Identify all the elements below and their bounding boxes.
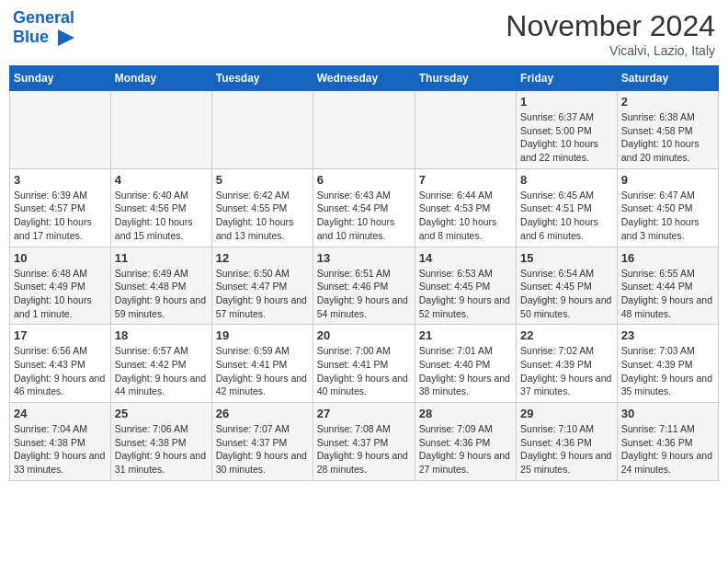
weekday-header-sunday: Sunday: [10, 66, 111, 91]
day-info: Sunrise: 6:37 AMSunset: 5:00 PMDaylight:…: [520, 110, 613, 165]
day-info: Sunrise: 6:48 AMSunset: 4:49 PMDaylight:…: [14, 267, 107, 321]
day-number: 5: [216, 173, 309, 187]
weekday-header-tuesday: Tuesday: [211, 66, 313, 91]
day-info: Sunrise: 6:54 AMSunset: 4:45 PMDaylight:…: [520, 267, 613, 321]
page-header: General Blue November 2024 Vicalvi, Lazi…: [9, 9, 719, 58]
day-number: 28: [419, 407, 512, 420]
day-number: 3: [14, 173, 107, 187]
calendar-cell: 26Sunrise: 7:07 AMSunset: 4:37 PMDayligh…: [211, 403, 313, 481]
week-row-4: 17Sunrise: 6:56 AMSunset: 4:43 PMDayligh…: [10, 325, 719, 403]
logo: General Blue: [13, 9, 76, 48]
calendar-cell: 13Sunrise: 6:51 AMSunset: 4:46 PMDayligh…: [313, 247, 415, 325]
day-info: Sunrise: 6:55 AMSunset: 4:44 PMDaylight:…: [621, 267, 714, 321]
calendar-cell: 10Sunrise: 6:48 AMSunset: 4:49 PMDayligh…: [10, 247, 111, 325]
day-info: Sunrise: 7:07 AMSunset: 4:37 PMDaylight:…: [216, 422, 309, 477]
day-number: 14: [419, 251, 512, 265]
week-row-2: 3Sunrise: 6:39 AMSunset: 4:57 PMDaylight…: [10, 168, 719, 247]
day-info: Sunrise: 6:43 AMSunset: 4:54 PMDaylight:…: [317, 189, 411, 243]
weekday-header-row: SundayMondayTuesdayWednesdayThursdayFrid…: [10, 66, 719, 91]
calendar-cell: 15Sunrise: 6:54 AMSunset: 4:45 PMDayligh…: [517, 247, 618, 325]
day-number: 16: [621, 251, 714, 265]
calendar-cell: 8Sunrise: 6:45 AMSunset: 4:51 PMDaylight…: [517, 168, 618, 247]
weekday-header-monday: Monday: [110, 66, 211, 91]
calendar-cell: [313, 91, 415, 169]
day-info: Sunrise: 6:56 AMSunset: 4:43 PMDaylight:…: [14, 344, 107, 398]
calendar-cell: 24Sunrise: 7:04 AMSunset: 4:38 PMDayligh…: [10, 403, 111, 481]
day-info: Sunrise: 6:45 AMSunset: 4:51 PMDaylight:…: [520, 189, 613, 243]
calendar-cell: 18Sunrise: 6:57 AMSunset: 4:42 PMDayligh…: [110, 325, 211, 403]
day-info: Sunrise: 7:09 AMSunset: 4:36 PMDaylight:…: [419, 422, 512, 477]
logo-text: General: [13, 9, 76, 28]
day-info: Sunrise: 7:04 AMSunset: 4:38 PMDaylight:…: [14, 422, 107, 477]
day-number: 9: [621, 173, 714, 187]
calendar-cell: 28Sunrise: 7:09 AMSunset: 4:36 PMDayligh…: [415, 403, 516, 481]
day-info: Sunrise: 6:47 AMSunset: 4:50 PMDaylight:…: [621, 189, 714, 243]
day-number: 24: [14, 407, 107, 420]
day-number: 12: [216, 251, 309, 265]
day-info: Sunrise: 6:53 AMSunset: 4:45 PMDaylight:…: [419, 267, 512, 321]
calendar-cell: 12Sunrise: 6:50 AMSunset: 4:47 PMDayligh…: [211, 247, 313, 325]
day-number: 27: [317, 407, 411, 420]
calendar-cell: [415, 91, 516, 169]
day-number: 15: [520, 251, 613, 265]
calendar-cell: 29Sunrise: 7:10 AMSunset: 4:36 PMDayligh…: [517, 403, 618, 481]
day-number: 2: [621, 95, 714, 109]
calendar-cell: 2Sunrise: 6:38 AMSunset: 4:58 PMDaylight…: [617, 91, 718, 169]
day-number: 18: [115, 328, 208, 342]
calendar-cell: 20Sunrise: 7:00 AMSunset: 4:41 PMDayligh…: [313, 325, 415, 403]
day-info: Sunrise: 7:02 AMSunset: 4:39 PMDaylight:…: [520, 344, 613, 398]
day-number: 29: [520, 407, 613, 420]
day-number: 23: [621, 328, 714, 342]
day-number: 11: [115, 251, 208, 265]
calendar-cell: [110, 91, 211, 169]
calendar-cell: [211, 91, 313, 169]
day-number: 20: [317, 328, 411, 342]
day-number: 10: [14, 251, 107, 265]
calendar-cell: 14Sunrise: 6:53 AMSunset: 4:45 PMDayligh…: [415, 247, 516, 325]
day-info: Sunrise: 7:10 AMSunset: 4:36 PMDaylight:…: [520, 422, 613, 477]
calendar-table: SundayMondayTuesdayWednesdayThursdayFrid…: [9, 65, 719, 481]
day-info: Sunrise: 7:06 AMSunset: 4:38 PMDaylight:…: [115, 422, 208, 477]
calendar-cell: 23Sunrise: 7:03 AMSunset: 4:39 PMDayligh…: [617, 325, 718, 403]
day-info: Sunrise: 6:57 AMSunset: 4:42 PMDaylight:…: [115, 344, 208, 398]
day-number: 8: [520, 173, 613, 187]
day-info: Sunrise: 7:03 AMSunset: 4:39 PMDaylight:…: [621, 344, 714, 398]
day-info: Sunrise: 6:50 AMSunset: 4:47 PMDaylight:…: [216, 267, 309, 321]
calendar-cell: 9Sunrise: 6:47 AMSunset: 4:50 PMDaylight…: [617, 168, 718, 247]
day-info: Sunrise: 7:01 AMSunset: 4:40 PMDaylight:…: [419, 344, 512, 398]
day-info: Sunrise: 7:08 AMSunset: 4:37 PMDaylight:…: [317, 422, 411, 477]
calendar-cell: 7Sunrise: 6:44 AMSunset: 4:53 PMDaylight…: [415, 168, 516, 247]
day-number: 1: [520, 95, 613, 109]
day-number: 13: [317, 251, 411, 265]
day-info: Sunrise: 6:39 AMSunset: 4:57 PMDaylight:…: [14, 189, 107, 243]
calendar-cell: 21Sunrise: 7:01 AMSunset: 4:40 PMDayligh…: [415, 325, 516, 403]
calendar-cell: 19Sunrise: 6:59 AMSunset: 4:41 PMDayligh…: [211, 325, 313, 403]
day-number: 17: [14, 328, 107, 342]
day-number: 22: [520, 328, 613, 342]
calendar-cell: 30Sunrise: 7:11 AMSunset: 4:36 PMDayligh…: [617, 403, 718, 481]
day-number: 30: [621, 407, 714, 420]
location: Vicalvi, Lazio, Italy: [506, 43, 715, 58]
calendar-cell: [10, 91, 111, 169]
weekday-header-wednesday: Wednesday: [313, 66, 415, 91]
day-number: 21: [419, 328, 512, 342]
svg-marker-0: [58, 29, 74, 46]
day-info: Sunrise: 6:42 AMSunset: 4:55 PMDaylight:…: [216, 189, 309, 243]
calendar-cell: 16Sunrise: 6:55 AMSunset: 4:44 PMDayligh…: [617, 247, 718, 325]
calendar-cell: 17Sunrise: 6:56 AMSunset: 4:43 PMDayligh…: [10, 325, 111, 403]
calendar-cell: 22Sunrise: 7:02 AMSunset: 4:39 PMDayligh…: [517, 325, 618, 403]
logo-text2: Blue: [13, 29, 49, 47]
day-number: 19: [216, 328, 309, 342]
day-number: 7: [419, 173, 512, 187]
week-row-3: 10Sunrise: 6:48 AMSunset: 4:49 PMDayligh…: [10, 247, 719, 325]
calendar-cell: 1Sunrise: 6:37 AMSunset: 5:00 PMDaylight…: [517, 91, 618, 169]
calendar-cell: 11Sunrise: 6:49 AMSunset: 4:48 PMDayligh…: [110, 247, 211, 325]
week-row-1: 1Sunrise: 6:37 AMSunset: 5:00 PMDaylight…: [10, 91, 719, 169]
day-number: 6: [317, 173, 411, 187]
day-info: Sunrise: 6:38 AMSunset: 4:58 PMDaylight:…: [621, 110, 714, 165]
day-number: 25: [115, 407, 208, 420]
calendar-cell: 3Sunrise: 6:39 AMSunset: 4:57 PMDaylight…: [10, 168, 111, 247]
weekday-header-friday: Friday: [517, 66, 618, 91]
day-number: 26: [216, 407, 309, 420]
day-info: Sunrise: 6:59 AMSunset: 4:41 PMDaylight:…: [216, 344, 309, 398]
